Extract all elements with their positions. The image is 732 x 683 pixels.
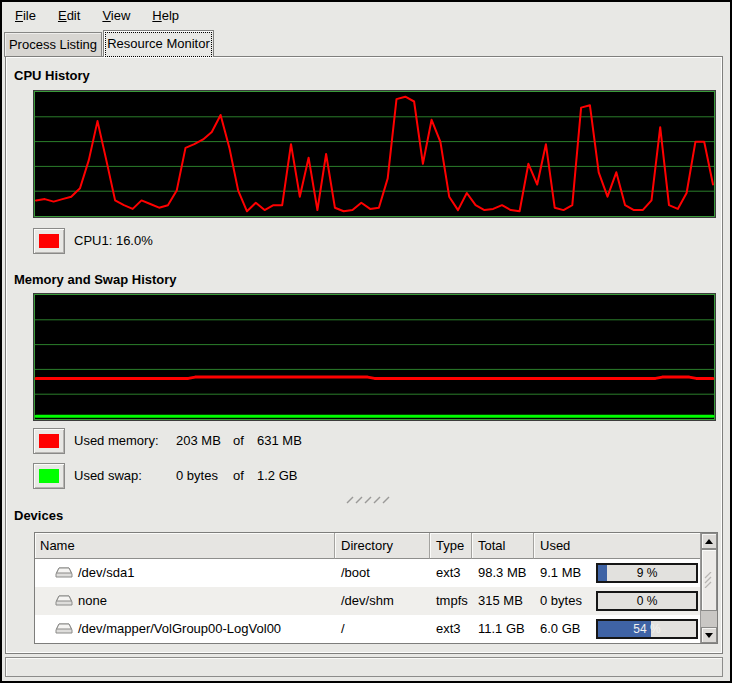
device-used: 6.0 GB bbox=[540, 615, 592, 643]
device-used-progressbar: 0 % bbox=[596, 591, 698, 611]
used-memory-value: 203 MB bbox=[176, 428, 221, 454]
device-name: none bbox=[78, 587, 107, 615]
system-monitor-window: File Edit View Help Process Listing Reso… bbox=[0, 0, 732, 683]
cpu1-color-button[interactable] bbox=[33, 228, 65, 254]
device-directory: /boot bbox=[335, 559, 430, 587]
cpu-history-graph bbox=[33, 90, 716, 218]
device-type: tmpfs bbox=[430, 587, 472, 615]
tab-focus-outline bbox=[106, 33, 211, 56]
used-memory-of: of bbox=[233, 428, 244, 454]
used-swap-color-swatch bbox=[39, 469, 59, 483]
scroll-up-button[interactable] bbox=[701, 533, 717, 549]
scroll-up-icon bbox=[705, 539, 713, 544]
table-row-dev-sda1[interactable]: /dev/sda1 /boot ext3 98.3 MB 9.1 MB 9 % bbox=[35, 559, 700, 587]
used-memory-total: 631 MB bbox=[257, 428, 302, 454]
disk-icon bbox=[55, 622, 73, 636]
devices-table-header: Name Directory Type Total Used bbox=[35, 533, 700, 559]
cpu-history-chart bbox=[34, 91, 715, 217]
table-row-volgroup[interactable]: /dev/mapper/VolGroup00-LogVol00 / ext3 1… bbox=[35, 615, 700, 643]
progress-label: 9 % bbox=[598, 565, 696, 581]
column-header-used[interactable]: Used bbox=[534, 533, 700, 559]
used-memory-color-button[interactable] bbox=[33, 428, 65, 454]
device-total: 11.1 GB bbox=[472, 615, 534, 643]
device-name: /dev/sda1 bbox=[78, 559, 134, 587]
memory-history-chart bbox=[34, 294, 715, 420]
pane-resize-grip-icon bbox=[345, 496, 391, 504]
devices-title: Devices bbox=[14, 508, 63, 523]
memory-history-graph bbox=[33, 293, 716, 421]
used-memory-label: Used memory: bbox=[74, 428, 159, 454]
scrollbar-trough[interactable] bbox=[701, 611, 717, 627]
scrollbar-thumb[interactable] bbox=[701, 549, 717, 611]
device-name: /dev/mapper/VolGroup00-LogVol00 bbox=[78, 615, 281, 643]
cpu-history-title: CPU History bbox=[14, 68, 90, 83]
column-header-directory[interactable]: Directory bbox=[335, 533, 430, 559]
used-memory-color-swatch bbox=[39, 434, 59, 448]
used-swap-of: of bbox=[233, 463, 244, 489]
device-used: 0 bytes bbox=[540, 587, 592, 615]
column-header-type[interactable]: Type bbox=[430, 533, 472, 559]
device-directory: /dev/shm bbox=[335, 587, 430, 615]
tab-process-listing-label: Process Listing bbox=[9, 37, 97, 52]
vertical-scrollbar[interactable] bbox=[701, 533, 717, 643]
status-bar bbox=[5, 657, 723, 677]
pane-resize-handle[interactable] bbox=[345, 490, 391, 508]
device-type: ext3 bbox=[430, 559, 472, 587]
device-used-progressbar: 9 % bbox=[596, 563, 698, 583]
tab-process-listing[interactable]: Process Listing bbox=[4, 32, 102, 57]
used-swap-label: Used swap: bbox=[74, 463, 142, 489]
device-total: 315 MB bbox=[472, 587, 534, 615]
used-swap-value: 0 bytes bbox=[176, 463, 218, 489]
used-swap-total: 1.2 GB bbox=[257, 463, 297, 489]
cpu1-legend-label: CPU1: 16.0% bbox=[74, 228, 153, 254]
progress-label: 54 % bbox=[598, 621, 696, 637]
menu-view[interactable]: View bbox=[91, 4, 141, 27]
devices-table: Name Directory Type Total Used /dev/sda1… bbox=[34, 532, 718, 644]
device-directory: / bbox=[335, 615, 430, 643]
device-used: 9.1 MB bbox=[540, 559, 592, 587]
menu-bar: File Edit View Help bbox=[2, 2, 730, 29]
table-row-none[interactable]: none /dev/shm tmpfs 315 MB 0 bytes 0 % bbox=[35, 587, 700, 615]
device-type: ext3 bbox=[430, 615, 472, 643]
used-swap-color-button[interactable] bbox=[33, 463, 65, 489]
progress-label: 0 % bbox=[598, 593, 696, 609]
menu-edit[interactable]: Edit bbox=[47, 4, 91, 27]
column-header-name[interactable]: Name bbox=[35, 533, 335, 559]
memory-history-title: Memory and Swap History bbox=[14, 272, 177, 287]
tab-resource-monitor[interactable]: Resource Monitor bbox=[103, 30, 214, 57]
cpu1-color-swatch bbox=[39, 234, 59, 248]
menu-help[interactable]: Help bbox=[141, 4, 190, 27]
column-header-total[interactable]: Total bbox=[472, 533, 534, 559]
scrollbar-grip-icon bbox=[704, 572, 714, 588]
disk-icon bbox=[55, 566, 73, 580]
disk-icon bbox=[55, 594, 73, 608]
device-used-progressbar: 54 % bbox=[596, 619, 698, 639]
scroll-down-button[interactable] bbox=[701, 627, 717, 643]
devices-treeview: Name Directory Type Total Used /dev/sda1… bbox=[35, 533, 701, 643]
device-total: 98.3 MB bbox=[472, 559, 534, 587]
scroll-down-icon bbox=[705, 633, 713, 638]
menu-file[interactable]: File bbox=[4, 4, 47, 27]
